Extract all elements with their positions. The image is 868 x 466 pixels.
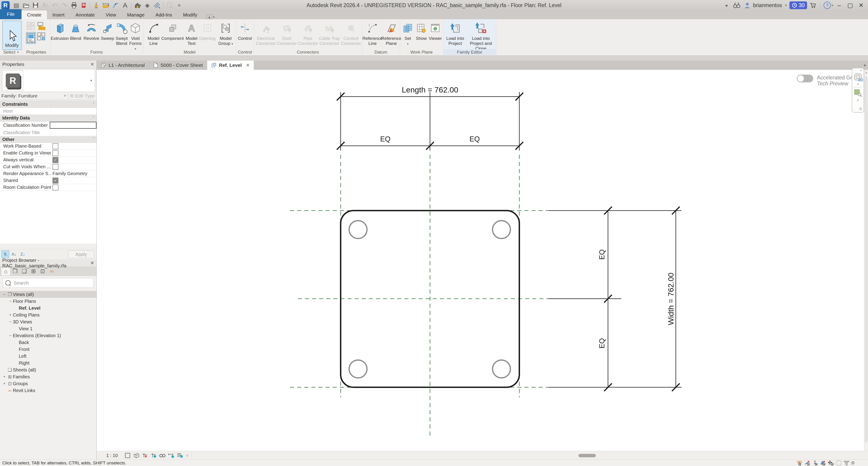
reveal-hidden-elements-icon[interactable]	[176, 452, 184, 459]
panel-label-select[interactable]: Select▼	[0, 49, 23, 55]
length-dimension-label[interactable]: Length = 762.00	[402, 86, 458, 94]
vertical-scrollbar-thumb[interactable]	[865, 76, 868, 442]
user-menu-icon[interactable]: ▾	[785, 3, 787, 7]
family-types-icon[interactable]	[26, 22, 35, 31]
modify-button[interactable]: Modify	[2, 21, 22, 50]
revolve-button[interactable]: Revolve	[83, 21, 100, 41]
component-button[interactable]: Component	[161, 21, 184, 41]
select-pinned-toggle-icon[interactable]	[812, 460, 819, 466]
set-work-plane-button[interactable]: Set▾	[402, 21, 414, 46]
zoom-menu-icon[interactable]: ▾	[857, 98, 859, 102]
maximize-button[interactable]: ▢	[845, 0, 855, 10]
view-tab-ref-level[interactable]: Ref. Level ✕	[207, 61, 254, 70]
filter-icon[interactable]	[843, 460, 850, 466]
store-cart-icon[interactable]	[808, 0, 817, 10]
panel-label-model[interactable]: Model	[143, 49, 236, 55]
sort-ascending-button[interactable]: A↓	[10, 251, 18, 258]
tree-item-view-1[interactable]: View 1	[0, 325, 96, 332]
measure-pin-icon[interactable]	[91, 0, 101, 10]
panel-label-properties[interactable]: Properties	[23, 49, 50, 55]
section-other[interactable]: Other ˆ	[0, 136, 96, 143]
expander-icon[interactable]: −	[2, 292, 7, 297]
tab-file[interactable]: File	[0, 9, 22, 19]
tree-item-3d-views[interactable]: − 3D Views	[0, 319, 96, 325]
save-icon[interactable]	[31, 0, 40, 10]
zoom-button[interactable]	[854, 89, 862, 97]
default-3d-view-icon[interactable]: ▾	[133, 0, 143, 10]
tree-item-front[interactable]: Front	[0, 346, 96, 353]
project-browser-header[interactable]: Project Browser - RAC_basic_sample_famil…	[0, 259, 96, 267]
accelerated-graphics-toggle[interactable]	[797, 75, 813, 82]
table-leg-top-right[interactable]	[493, 221, 510, 238]
tree-item-views-all[interactable]: − ❐ Views (all)	[0, 291, 96, 298]
family-selector-menu-icon[interactable]: ˅	[64, 94, 66, 98]
view-tab-l1-architectural[interactable]: L1 - Architectural	[97, 61, 149, 70]
ribbon-display-toggle[interactable]: ▴ ▾	[207, 15, 215, 19]
sort-default-button[interactable]: ⇅	[1, 251, 9, 258]
properties-palette-icon[interactable]: ▤	[11, 0, 21, 10]
wheel-menu-icon[interactable]: ▾	[857, 82, 859, 86]
revit-logo-icon[interactable]: R	[1, 1, 10, 9]
transfer-standards-icon[interactable]	[79, 0, 88, 10]
close-button[interactable]: ✕	[856, 0, 866, 10]
horizontal-scrollbar-thumb[interactable]	[579, 454, 596, 457]
session-timer-badge[interactable]: 30	[789, 1, 807, 9]
select-by-face-toggle-icon[interactable]	[819, 460, 827, 466]
tree-item-sheets-all[interactable]: ❏ Sheets (all)	[0, 366, 96, 373]
tree-item-ref-level[interactable]: Ref. Level	[0, 305, 96, 311]
model-text-button[interactable]: A Model Text	[184, 21, 199, 46]
qat-expand-icon[interactable]: »	[174, 0, 184, 10]
show-crop-region-icon[interactable]	[150, 452, 158, 459]
navbar-close-icon[interactable]: ✕	[860, 68, 864, 72]
length-dimension[interactable]	[337, 92, 523, 151]
properties-panel-header[interactable]: Properties ✕	[0, 61, 96, 68]
always-vertical-checkbox[interactable]: ✓	[53, 157, 58, 163]
type-selector[interactable]: R ▾	[1, 69, 95, 92]
tab-insert[interactable]: Insert	[47, 10, 70, 19]
tree-item-groups[interactable]: + ⊡ Groups	[0, 380, 96, 387]
panel-label-family-editor[interactable]: Family Editor	[443, 49, 496, 55]
close-project-browser-icon[interactable]: ✕	[90, 260, 94, 266]
select-underlay-toggle-icon[interactable]	[804, 460, 811, 466]
swept-blend-button[interactable]: Swept Blend	[115, 21, 128, 46]
tab-create[interactable]: Create	[22, 10, 47, 19]
tree-item-floor-plans[interactable]: − Floor Plans	[0, 298, 96, 305]
reference-line-button[interactable]: Reference Line	[363, 21, 382, 46]
eq-label-top-left[interactable]: EQ	[380, 135, 391, 143]
extrusion-button[interactable]: Extrusion	[52, 21, 68, 41]
close-view-tab-icon[interactable]: ✕	[246, 63, 250, 68]
family-selector[interactable]: Family: Furniture	[1, 93, 37, 99]
user-name[interactable]: brianmentos	[753, 2, 782, 8]
panel-label-forms[interactable]: Forms	[50, 49, 143, 55]
eq-label-right-upper[interactable]: EQ	[598, 249, 606, 260]
tree-item-revit-links[interactable]: ∞ Revit Links	[0, 387, 96, 394]
view-tab-s000-cover-sheet[interactable]: S000 - Cover Sheet	[149, 61, 207, 70]
work-plane-based-checkbox[interactable]	[53, 143, 58, 149]
tree-item-right[interactable]: Right	[0, 360, 96, 366]
eq-label-top-right[interactable]: EQ	[470, 135, 480, 143]
cut-with-voids-checkbox[interactable]	[53, 164, 58, 170]
model-line-button[interactable]: Model Line	[145, 21, 162, 46]
project-folder-icon[interactable]	[37, 22, 46, 31]
drawing-area[interactable]: Length = 762.00 EQ EQ EQ EQ Wi	[97, 70, 864, 451]
table-leg-top-left[interactable]	[349, 221, 367, 238]
tab-modify[interactable]: Modify	[178, 10, 203, 19]
panel-label-datum[interactable]: Datum	[362, 49, 400, 55]
tab-addins[interactable]: Add-Ins	[150, 10, 178, 19]
browser-sheets-icon[interactable]: ❏	[20, 268, 29, 275]
detail-level-icon[interactable]	[124, 452, 131, 459]
vertical-scrollbar[interactable]: ∧	[864, 70, 868, 451]
thin-lines-icon[interactable]	[152, 0, 162, 10]
panel-label-control[interactable]: Control	[236, 49, 254, 55]
help-icon[interactable]: ?	[823, 0, 832, 10]
reveal-constraints-icon[interactable]	[167, 452, 175, 459]
select-links-toggle-icon[interactable]	[796, 460, 803, 466]
background-processes-icon[interactable]	[835, 460, 842, 466]
tree-item-left[interactable]: Left	[0, 353, 96, 360]
load-into-project-close-button[interactable]: Load into Project and Close	[467, 21, 495, 51]
viewer-button[interactable]: Viewer	[428, 21, 442, 41]
section-marker-icon[interactable]: ◈	[143, 0, 152, 10]
browser-search-box[interactable]	[3, 278, 94, 288]
scroll-up-icon[interactable]: ∧	[864, 70, 868, 75]
steering-wheel-button[interactable]: 2D	[854, 73, 862, 81]
